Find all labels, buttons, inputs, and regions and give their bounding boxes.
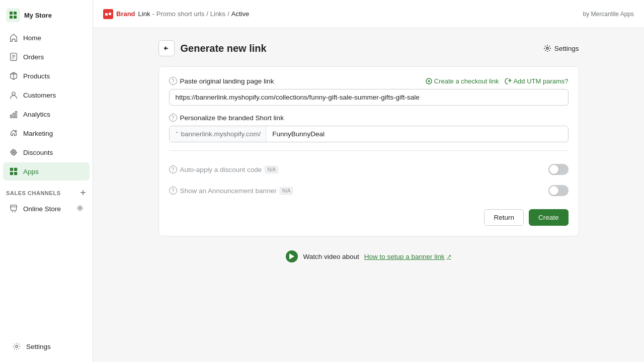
announcement-help-icon[interactable]: ? bbox=[169, 187, 177, 195]
svg-point-24 bbox=[12, 211, 13, 212]
watch-video-text: Watch video about bbox=[303, 253, 359, 260]
marketing-icon bbox=[9, 129, 18, 138]
settings-link[interactable]: Settings bbox=[543, 44, 579, 52]
analytics-icon bbox=[9, 110, 18, 119]
short-link-label-row: ? Personalize the branded Short link bbox=[169, 114, 569, 122]
short-link-input-wrapper: ⌃ bannerlink.myshopify.com/ bbox=[169, 126, 569, 142]
topbar: BrandLink - Promo short urls / Links / A… bbox=[93, 0, 644, 28]
auto-apply-toggle-row: ? Auto-apply a discount code N/A bbox=[169, 159, 569, 180]
generate-link-card: ? Paste original landing page link Creat… bbox=[158, 66, 579, 236]
short-link-help-icon[interactable]: ? bbox=[169, 114, 177, 122]
online-store-label: Online Store bbox=[23, 205, 61, 213]
create-button[interactable]: Create bbox=[529, 209, 569, 226]
watch-video-link[interactable]: How to setup a banner link ↗ bbox=[364, 253, 451, 260]
page-header: Generate new link Settings bbox=[158, 40, 579, 56]
store-name: My Store bbox=[24, 12, 52, 19]
customers-icon bbox=[9, 90, 18, 100]
sidebar-item-orders[interactable]: Orders bbox=[3, 48, 90, 66]
watch-video-row: Watch video about How to setup a banner … bbox=[158, 250, 579, 262]
sidebar-item-orders-label: Orders bbox=[23, 53, 44, 61]
auto-apply-toggle[interactable] bbox=[548, 164, 569, 175]
svg-rect-12 bbox=[13, 113, 15, 118]
sidebar-item-marketing-label: Marketing bbox=[23, 130, 53, 137]
announcement-toggle[interactable] bbox=[548, 185, 569, 196]
svg-point-10 bbox=[12, 92, 15, 95]
products-icon bbox=[9, 71, 18, 80]
settings-section: Settings bbox=[0, 333, 93, 362]
breadcrumb-promo-link[interactable]: Promo short urls bbox=[156, 10, 204, 18]
svg-point-25 bbox=[15, 211, 16, 212]
store-logo-icon bbox=[6, 8, 20, 22]
sidebar-item-settings[interactable]: Settings bbox=[6, 337, 87, 355]
orders-icon bbox=[9, 52, 18, 61]
sidebar-item-products-label: Products bbox=[23, 72, 50, 80]
svg-rect-1 bbox=[14, 12, 17, 15]
landing-page-input[interactable] bbox=[169, 89, 569, 106]
short-link-input[interactable] bbox=[266, 126, 568, 142]
sidebar-item-apps[interactable]: Apps bbox=[3, 162, 90, 180]
svg-rect-13 bbox=[16, 112, 17, 118]
topbar-by-label: by Mercantile Apps bbox=[583, 11, 634, 18]
tag-icon: ⌃ bbox=[175, 131, 179, 137]
auto-apply-help-icon[interactable]: ? bbox=[169, 165, 177, 173]
discounts-icon bbox=[9, 148, 18, 157]
apps-icon bbox=[9, 167, 18, 176]
sidebar-item-customers[interactable]: Customers bbox=[3, 86, 90, 104]
settings-link-label: Settings bbox=[554, 45, 579, 52]
svg-rect-20 bbox=[10, 172, 13, 175]
create-checkout-link[interactable]: Create a checkout link bbox=[426, 77, 499, 85]
sidebar-item-analytics[interactable]: Analytics bbox=[3, 105, 90, 123]
action-row: Return Create bbox=[169, 201, 569, 226]
breadcrumb-active: Active bbox=[231, 10, 249, 18]
brand-suffix: Link bbox=[138, 10, 150, 18]
svg-rect-21 bbox=[14, 172, 17, 175]
svg-rect-11 bbox=[11, 115, 12, 118]
sidebar-item-home-label: Home bbox=[23, 34, 41, 42]
sidebar-item-marketing[interactable]: Marketing bbox=[3, 124, 90, 142]
back-button[interactable] bbox=[158, 40, 175, 56]
svg-point-27 bbox=[16, 345, 18, 348]
online-store-icon bbox=[9, 204, 18, 213]
sidebar-item-settings-label: Settings bbox=[26, 343, 51, 350]
landing-page-help-icon[interactable]: ? bbox=[169, 77, 177, 85]
svg-marker-36 bbox=[289, 253, 294, 259]
brand-name: Brand bbox=[116, 10, 135, 18]
svg-point-14 bbox=[15, 130, 17, 132]
svg-rect-19 bbox=[14, 168, 17, 171]
svg-point-26 bbox=[79, 207, 81, 209]
add-sales-channel-button[interactable] bbox=[79, 189, 87, 197]
landing-page-label: Paste original landing page link bbox=[180, 77, 274, 85]
short-link-prefix: ⌃ bannerlink.myshopify.com/ bbox=[170, 126, 267, 142]
svg-rect-3 bbox=[14, 16, 17, 19]
sidebar-logo: My Store bbox=[0, 0, 93, 28]
auto-apply-label: Auto-apply a discount code bbox=[180, 166, 262, 173]
sidebar-item-discounts-label: Discounts bbox=[23, 149, 53, 156]
online-store-settings-icon[interactable] bbox=[76, 205, 84, 213]
sidebar-item-apps-label: Apps bbox=[23, 168, 39, 175]
svg-rect-2 bbox=[10, 16, 13, 19]
sidebar-item-products[interactable]: Products bbox=[3, 67, 90, 85]
announcement-label: Show an Announcement banner bbox=[180, 187, 277, 195]
main-content: BrandLink - Promo short urls / Links / A… bbox=[93, 0, 644, 362]
sidebar-item-discounts[interactable]: Discounts bbox=[3, 143, 90, 161]
sales-channels-label: SALES CHANNELS bbox=[6, 190, 61, 196]
sidebar-item-analytics-label: Analytics bbox=[23, 111, 50, 118]
announcement-badge: N/A bbox=[280, 187, 293, 195]
breadcrumb-links-link[interactable]: Links bbox=[210, 10, 225, 18]
return-button[interactable]: Return bbox=[484, 209, 524, 226]
svg-rect-0 bbox=[10, 12, 13, 15]
play-icon bbox=[286, 250, 298, 262]
sidebar-item-online-store[interactable]: Online Store bbox=[3, 200, 90, 218]
auto-apply-badge: N/A bbox=[265, 166, 278, 173]
brand-link-icon bbox=[103, 9, 113, 19]
page-content: Generate new link Settings ? Paste origi… bbox=[142, 28, 595, 275]
svg-point-31 bbox=[546, 47, 548, 49]
landing-page-field-group: ? Paste original landing page link Creat… bbox=[169, 77, 569, 106]
sidebar-item-home[interactable]: Home bbox=[3, 29, 90, 47]
add-utm-params-link[interactable]: Add UTM params? bbox=[505, 77, 568, 85]
landing-page-label-row: ? Paste original landing page link Creat… bbox=[169, 77, 569, 85]
breadcrumb: BrandLink - Promo short urls / Links / A… bbox=[103, 9, 249, 19]
svg-rect-28 bbox=[105, 13, 108, 16]
settings-icon bbox=[12, 342, 21, 351]
page-title: Generate new link bbox=[181, 43, 537, 54]
